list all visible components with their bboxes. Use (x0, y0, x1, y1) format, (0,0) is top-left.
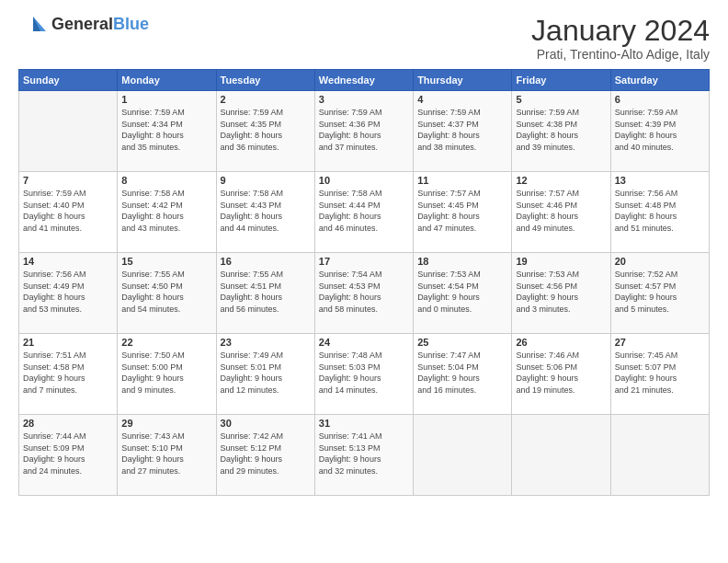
weekday-header: Saturday (610, 70, 709, 91)
calendar-cell: 10Sunrise: 7:58 AM Sunset: 4:44 PM Dayli… (314, 172, 413, 253)
day-number: 28 (23, 418, 113, 429)
day-info: Sunrise: 7:42 AM Sunset: 5:12 PM Dayligh… (221, 431, 311, 477)
day-info: Sunrise: 7:59 AM Sunset: 4:35 PM Dayligh… (221, 107, 311, 153)
day-number: 6 (615, 94, 705, 105)
calendar-cell (19, 91, 118, 172)
calendar-cell: 1Sunrise: 7:59 AM Sunset: 4:34 PM Daylig… (118, 91, 216, 172)
calendar-cell: 23Sunrise: 7:49 AM Sunset: 5:01 PM Dayli… (216, 334, 314, 415)
weekday-header: Tuesday (216, 70, 314, 91)
calendar-cell: 29Sunrise: 7:43 AM Sunset: 5:10 PM Dayli… (118, 415, 216, 496)
day-info: Sunrise: 7:47 AM Sunset: 5:04 PM Dayligh… (417, 350, 507, 396)
calendar-week-row: 14Sunrise: 7:56 AM Sunset: 4:49 PM Dayli… (19, 253, 710, 334)
calendar-cell (610, 415, 709, 496)
day-number: 2 (221, 94, 311, 105)
day-number: 15 (121, 256, 211, 267)
calendar-week-row: 7Sunrise: 7:59 AM Sunset: 4:40 PM Daylig… (19, 172, 710, 253)
calendar-cell: 18Sunrise: 7:53 AM Sunset: 4:54 PM Dayli… (414, 253, 512, 334)
day-info: Sunrise: 7:51 AM Sunset: 4:58 PM Dayligh… (23, 350, 113, 396)
header: GeneralBlue January 2024 Prati, Trentino… (18, 15, 710, 62)
calendar-header-row: SundayMondayTuesdayWednesdayThursdayFrid… (19, 70, 710, 91)
calendar-cell: 20Sunrise: 7:52 AM Sunset: 4:57 PM Dayli… (610, 253, 709, 334)
day-number: 23 (221, 337, 311, 348)
day-info: Sunrise: 7:56 AM Sunset: 4:49 PM Dayligh… (23, 269, 113, 315)
day-number: 5 (516, 94, 606, 105)
calendar-cell: 25Sunrise: 7:47 AM Sunset: 5:04 PM Dayli… (414, 334, 512, 415)
day-info: Sunrise: 7:58 AM Sunset: 4:43 PM Dayligh… (221, 188, 311, 234)
title-block: January 2024 Prati, Trentino-Alto Adige,… (531, 15, 710, 62)
calendar-cell: 27Sunrise: 7:45 AM Sunset: 5:07 PM Dayli… (610, 334, 709, 415)
day-number: 22 (121, 337, 211, 348)
day-info: Sunrise: 7:44 AM Sunset: 5:09 PM Dayligh… (23, 431, 113, 477)
day-number: 14 (23, 256, 113, 267)
day-number: 16 (221, 256, 311, 267)
calendar-cell: 26Sunrise: 7:46 AM Sunset: 5:06 PM Dayli… (512, 334, 610, 415)
day-info: Sunrise: 7:55 AM Sunset: 4:51 PM Dayligh… (221, 269, 311, 315)
day-info: Sunrise: 7:45 AM Sunset: 5:07 PM Dayligh… (615, 350, 705, 396)
calendar-cell (512, 415, 610, 496)
calendar-week-row: 1Sunrise: 7:59 AM Sunset: 4:34 PM Daylig… (19, 91, 710, 172)
day-info: Sunrise: 7:59 AM Sunset: 4:40 PM Dayligh… (23, 188, 113, 234)
calendar-cell (414, 415, 512, 496)
day-number: 17 (319, 256, 409, 267)
calendar-cell: 24Sunrise: 7:48 AM Sunset: 5:03 PM Dayli… (314, 334, 413, 415)
calendar-cell: 19Sunrise: 7:53 AM Sunset: 4:56 PM Dayli… (512, 253, 610, 334)
calendar-cell: 15Sunrise: 7:55 AM Sunset: 4:50 PM Dayli… (118, 253, 216, 334)
day-info: Sunrise: 7:55 AM Sunset: 4:50 PM Dayligh… (121, 269, 211, 315)
calendar-week-row: 21Sunrise: 7:51 AM Sunset: 4:58 PM Dayli… (19, 334, 710, 415)
day-number: 12 (516, 175, 606, 186)
location: Prati, Trentino-Alto Adige, Italy (531, 47, 710, 62)
day-number: 8 (121, 175, 211, 186)
day-number: 24 (319, 337, 409, 348)
day-number: 29 (121, 418, 211, 429)
calendar-cell: 28Sunrise: 7:44 AM Sunset: 5:09 PM Dayli… (19, 415, 118, 496)
day-number: 9 (221, 175, 311, 186)
weekday-header: Thursday (414, 70, 512, 91)
calendar-cell: 12Sunrise: 7:57 AM Sunset: 4:46 PM Dayli… (512, 172, 610, 253)
logo-icon (18, 15, 48, 35)
day-info: Sunrise: 7:58 AM Sunset: 4:42 PM Dayligh… (121, 188, 211, 234)
calendar-cell: 6Sunrise: 7:59 AM Sunset: 4:39 PM Daylig… (610, 91, 709, 172)
day-number: 3 (319, 94, 409, 105)
calendar-cell: 8Sunrise: 7:58 AM Sunset: 4:42 PM Daylig… (118, 172, 216, 253)
calendar-cell: 13Sunrise: 7:56 AM Sunset: 4:48 PM Dayli… (610, 172, 709, 253)
calendar-table: SundayMondayTuesdayWednesdayThursdayFrid… (18, 69, 710, 496)
day-info: Sunrise: 7:59 AM Sunset: 4:39 PM Dayligh… (615, 107, 705, 153)
day-number: 11 (417, 175, 507, 186)
calendar-cell: 7Sunrise: 7:59 AM Sunset: 4:40 PM Daylig… (19, 172, 118, 253)
day-number: 1 (121, 94, 211, 105)
calendar-cell: 21Sunrise: 7:51 AM Sunset: 4:58 PM Dayli… (19, 334, 118, 415)
day-number: 21 (23, 337, 113, 348)
day-info: Sunrise: 7:56 AM Sunset: 4:48 PM Dayligh… (615, 188, 705, 234)
calendar-cell: 31Sunrise: 7:41 AM Sunset: 5:13 PM Dayli… (314, 415, 413, 496)
calendar-cell: 11Sunrise: 7:57 AM Sunset: 4:45 PM Dayli… (414, 172, 512, 253)
calendar-cell: 22Sunrise: 7:50 AM Sunset: 5:00 PM Dayli… (118, 334, 216, 415)
day-number: 4 (417, 94, 507, 105)
calendar-cell: 3Sunrise: 7:59 AM Sunset: 4:36 PM Daylig… (314, 91, 413, 172)
calendar-cell: 2Sunrise: 7:59 AM Sunset: 4:35 PM Daylig… (216, 91, 314, 172)
day-info: Sunrise: 7:59 AM Sunset: 4:34 PM Dayligh… (121, 107, 211, 153)
logo: GeneralBlue (18, 15, 149, 35)
day-info: Sunrise: 7:50 AM Sunset: 5:00 PM Dayligh… (121, 350, 211, 396)
calendar-week-row: 28Sunrise: 7:44 AM Sunset: 5:09 PM Dayli… (19, 415, 710, 496)
day-number: 27 (615, 337, 705, 348)
calendar-cell: 14Sunrise: 7:56 AM Sunset: 4:49 PM Dayli… (19, 253, 118, 334)
calendar-cell: 4Sunrise: 7:59 AM Sunset: 4:37 PM Daylig… (414, 91, 512, 172)
day-number: 25 (417, 337, 507, 348)
day-info: Sunrise: 7:59 AM Sunset: 4:37 PM Dayligh… (417, 107, 507, 153)
day-info: Sunrise: 7:53 AM Sunset: 4:56 PM Dayligh… (516, 269, 606, 315)
weekday-header: Wednesday (314, 70, 413, 91)
day-info: Sunrise: 7:48 AM Sunset: 5:03 PM Dayligh… (319, 350, 409, 396)
weekday-header: Monday (118, 70, 216, 91)
day-info: Sunrise: 7:43 AM Sunset: 5:10 PM Dayligh… (121, 431, 211, 477)
calendar-cell: 9Sunrise: 7:58 AM Sunset: 4:43 PM Daylig… (216, 172, 314, 253)
day-info: Sunrise: 7:58 AM Sunset: 4:44 PM Dayligh… (319, 188, 409, 234)
day-number: 7 (23, 175, 113, 186)
day-number: 18 (417, 256, 507, 267)
day-info: Sunrise: 7:59 AM Sunset: 4:38 PM Dayligh… (516, 107, 606, 153)
weekday-header: Sunday (19, 70, 118, 91)
day-info: Sunrise: 7:57 AM Sunset: 4:45 PM Dayligh… (417, 188, 507, 234)
day-info: Sunrise: 7:52 AM Sunset: 4:57 PM Dayligh… (615, 269, 705, 315)
day-number: 20 (615, 256, 705, 267)
day-info: Sunrise: 7:41 AM Sunset: 5:13 PM Dayligh… (319, 431, 409, 477)
day-number: 13 (615, 175, 705, 186)
